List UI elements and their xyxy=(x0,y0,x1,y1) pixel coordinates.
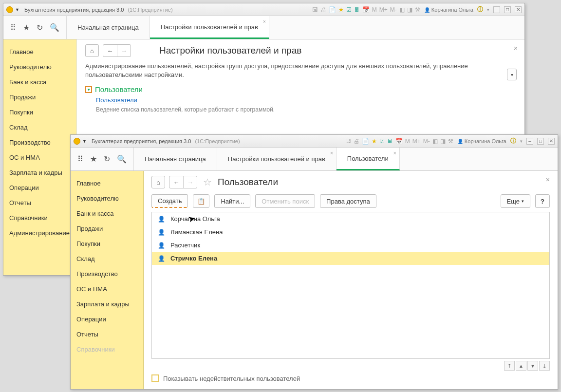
home-button[interactable]: ⌂ xyxy=(151,176,165,188)
help-button[interactable]: ? xyxy=(535,194,550,208)
section-toggle-icon[interactable]: ▾ xyxy=(85,86,92,93)
mplus-icon: M+ xyxy=(412,138,421,145)
back-icon: ← xyxy=(169,176,183,188)
nav-back-forward[interactable]: ←→ xyxy=(103,44,131,57)
search-icon[interactable]: 🔍 xyxy=(50,23,59,32)
sidebar-item[interactable]: Главное xyxy=(3,44,76,59)
tab-close-icon[interactable]: × xyxy=(393,150,396,156)
tab-start[interactable]: Начальная страница xyxy=(67,16,150,39)
app-menu-dropdown-icon[interactable]: ▼ xyxy=(82,139,87,144)
sidebar-item[interactable]: Покупки xyxy=(3,105,76,120)
more-button[interactable]: Еще ▾ xyxy=(501,194,530,208)
expand-button[interactable]: ▾ xyxy=(507,69,517,80)
maximize-button[interactable]: □ xyxy=(504,6,511,13)
sidebar-item[interactable]: Склад xyxy=(71,251,143,266)
maximize-button[interactable]: □ xyxy=(537,138,544,145)
tool-icon: ⚒ xyxy=(415,6,420,13)
save-icon: 🖫 xyxy=(345,138,351,145)
sidebar-item[interactable]: Отчеты xyxy=(3,195,76,210)
sidebar-item[interactable]: Руководителю xyxy=(3,59,76,75)
scroll-up-icon[interactable]: ▲ xyxy=(516,361,526,371)
tab-users[interactable]: Пользователи× xyxy=(337,148,400,170)
nav-back-forward[interactable]: ←→ xyxy=(169,176,197,188)
section-title: Пользователи xyxy=(95,85,143,93)
sidebar-item[interactable]: Покупки xyxy=(71,236,143,251)
app-title: Бухгалтерия предприятия, редакция 3.0 xyxy=(24,7,124,13)
page-title: Настройки пользователей и прав xyxy=(159,45,301,56)
info-icon[interactable]: ⓘ xyxy=(477,5,483,14)
list-item[interactable]: 👤Корчагина Ольга xyxy=(152,212,549,225)
content-area: ⌂ ←→ ☆ Пользователи × Создать 📋 Найти...… xyxy=(144,171,558,389)
info-icon[interactable]: ⓘ xyxy=(510,137,516,145)
app-menu-dropdown-icon[interactable]: ▼ xyxy=(15,7,19,12)
sidebar-item[interactable]: Банк и касса xyxy=(71,206,143,221)
history-icon[interactable]: ↻ xyxy=(104,154,110,164)
list-item[interactable]: 👤Расчетчик xyxy=(152,239,549,252)
sidebar-item[interactable]: Банк и касса xyxy=(3,75,76,90)
history-icon[interactable]: ↻ xyxy=(37,23,43,32)
forward-icon: → xyxy=(117,45,131,56)
favorite-icon[interactable]: ★ xyxy=(90,154,97,164)
sidebar-item[interactable]: Склад xyxy=(3,120,76,135)
apps-icon[interactable]: ⠿ xyxy=(77,154,83,164)
rights-button[interactable]: Права доступа xyxy=(320,194,376,208)
sidebar-item[interactable]: Справочники xyxy=(3,210,76,225)
user-list[interactable]: 👤Корчагина Ольга 👤Лиманская Елена 👤Расче… xyxy=(151,212,550,359)
close-page-icon[interactable]: × xyxy=(514,44,518,52)
sidebar-item[interactable]: Операции xyxy=(71,312,143,327)
scroll-bottom-icon[interactable]: ⤓ xyxy=(539,361,550,371)
tab-settings[interactable]: Настройки пользователей и прав× xyxy=(217,148,337,170)
sidebar-item[interactable]: Производство xyxy=(71,266,143,281)
minimize-button[interactable]: – xyxy=(493,6,500,13)
favorite-icon[interactable]: ★ xyxy=(23,23,30,32)
titlebar-tool-icons[interactable]: 🖫🖨📄 ★☑ 🖩📅 MM+M- ◧◨⚒ xyxy=(345,138,453,145)
titlebar-tool-icons[interactable]: 🖫🖨📄 ★☑ 🖩📅 MM+M- ◧◨⚒ xyxy=(312,6,420,13)
m-icon: M xyxy=(405,138,410,145)
list-item-selected[interactable]: 👤Стричко Елена xyxy=(152,252,549,265)
user-icon: 👤 xyxy=(158,229,165,236)
sidebar-item[interactable]: ОС и НМА xyxy=(71,281,143,297)
check-icon: ☑ xyxy=(379,138,385,145)
current-user[interactable]: Корчагина Ольга xyxy=(424,7,473,13)
sidebar-item[interactable]: Справочники xyxy=(71,342,143,357)
minimize-button[interactable]: – xyxy=(526,138,533,145)
create-button[interactable]: Создать xyxy=(151,194,188,208)
users-link[interactable]: Пользователи xyxy=(96,96,137,104)
sidebar-item[interactable]: Производство xyxy=(3,135,76,150)
sidebar-item[interactable]: Руководителю xyxy=(71,191,143,206)
find-button[interactable]: Найти... xyxy=(214,194,250,208)
tab-close-icon[interactable]: × xyxy=(263,19,266,24)
sidebar-item[interactable]: Зарплата и кадры xyxy=(71,297,143,312)
apps-icon[interactable]: ⠿ xyxy=(10,23,16,32)
panel2-icon: ◨ xyxy=(407,6,412,13)
sidebar-item[interactable]: Администрирование xyxy=(3,225,76,241)
user-icon: 👤 xyxy=(158,216,165,223)
section-description: Ведение списка пользователей, которые ра… xyxy=(96,106,516,113)
user-icon: 👤 xyxy=(158,242,165,249)
current-user[interactable]: Корчагина Ольга xyxy=(457,138,506,144)
app-icon xyxy=(74,138,80,145)
sidebar: Главное Руководителю Банк и касса Продаж… xyxy=(3,39,76,275)
home-button[interactable]: ⌂ xyxy=(85,44,99,57)
list-item[interactable]: 👤Лиманская Елена xyxy=(152,225,549,239)
sidebar-item[interactable]: Продажи xyxy=(3,90,76,105)
sidebar-item[interactable]: Зарплата и кадры xyxy=(3,165,76,180)
sidebar-item[interactable]: Операции xyxy=(3,180,76,195)
print-icon: 🖨 xyxy=(354,138,359,145)
show-inactive-checkbox[interactable] xyxy=(151,374,159,382)
sidebar-item[interactable]: ОС и НМА xyxy=(3,150,76,165)
close-button[interactable]: ✕ xyxy=(515,6,522,13)
create-folder-button[interactable]: 📋 xyxy=(193,194,209,208)
sidebar-item[interactable]: Главное xyxy=(71,176,143,191)
scroll-down-icon[interactable]: ▼ xyxy=(527,361,538,371)
close-button[interactable]: ✕ xyxy=(548,138,555,145)
sidebar-item[interactable]: Продажи xyxy=(71,221,143,236)
search-icon[interactable]: 🔍 xyxy=(117,154,127,164)
tab-close-icon[interactable]: × xyxy=(330,150,333,156)
tab-settings[interactable]: Настройки пользователей и прав× xyxy=(150,16,269,39)
favorite-star-icon[interactable]: ☆ xyxy=(203,176,212,188)
scroll-top-icon[interactable]: ⤒ xyxy=(504,361,515,371)
tab-start[interactable]: Начальная страница xyxy=(134,148,217,170)
close-page-icon[interactable]: × xyxy=(546,176,550,184)
sidebar-item[interactable]: Отчеты xyxy=(71,327,143,342)
